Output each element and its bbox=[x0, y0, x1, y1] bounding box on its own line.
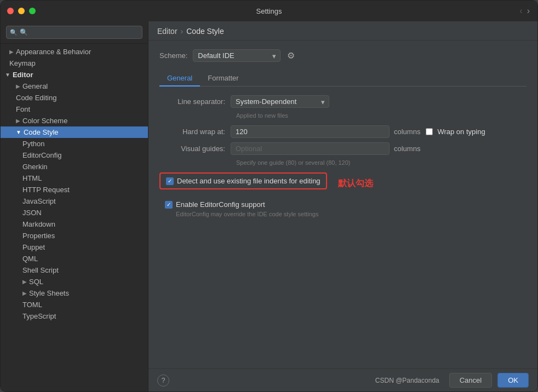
sidebar-item-shell-script[interactable]: Shell Script bbox=[1, 264, 148, 276]
forward-arrow[interactable]: › bbox=[527, 6, 530, 16]
scheme-row: Scheme: Default IDE ⚙ bbox=[159, 49, 526, 62]
sidebar-item-label: Style Sheets bbox=[29, 289, 69, 297]
detect-indents-section: Detect and use existing file indents for… bbox=[159, 172, 526, 195]
arrow-icon: ▼ bbox=[5, 72, 10, 78]
sidebar-item-label: Gherkin bbox=[22, 163, 48, 171]
sidebar-item-sql[interactable]: ▶ SQL bbox=[1, 276, 148, 287]
sidebar-item-html[interactable]: HTML bbox=[1, 172, 148, 184]
content-body: Scheme: Default IDE ⚙ General Formatter … bbox=[148, 41, 537, 368]
sidebar-item-qml[interactable]: QML bbox=[1, 253, 148, 264]
sidebar-item-gherkin[interactable]: Gherkin bbox=[1, 161, 148, 172]
detect-indents-label[interactable]: Detect and use existing file indents for… bbox=[166, 177, 320, 185]
sidebar-scroll: ▶ Appearance & Behavior Keymap ▼ Editor … bbox=[1, 44, 148, 391]
sidebar-item-label: TypeScript bbox=[22, 312, 56, 320]
close-button[interactable] bbox=[7, 8, 14, 14]
annotation-label: 默认勾选 bbox=[338, 178, 373, 189]
sidebar-item-editor[interactable]: ▼ Editor bbox=[1, 69, 148, 80]
wrap-on-typing-label[interactable]: Wrap on typing bbox=[437, 128, 485, 136]
breadcrumb-separator: › bbox=[181, 27, 184, 36]
sidebar-item-label: Font bbox=[16, 105, 30, 113]
traffic-lights bbox=[7, 8, 36, 14]
sidebar-item-label: Shell Script bbox=[22, 266, 59, 274]
maximize-button[interactable] bbox=[29, 8, 36, 14]
back-arrow[interactable]: ‹ bbox=[519, 6, 522, 16]
sidebar-item-label: SQL bbox=[29, 278, 43, 286]
wrap-on-typing-checkbox[interactable] bbox=[426, 128, 433, 135]
search-box: 🔍 bbox=[1, 21, 148, 44]
tabs-bar: General Formatter bbox=[159, 71, 526, 87]
hard-wrap-suffix: columns bbox=[394, 128, 420, 136]
visual-guides-suffix: columns bbox=[394, 145, 420, 153]
arrow-icon: ▶ bbox=[9, 49, 14, 55]
visual-guides-input[interactable] bbox=[231, 142, 390, 155]
sidebar-item-puppet[interactable]: Puppet bbox=[1, 241, 148, 253]
editorconfig-label[interactable]: Enable EditorConfig support bbox=[165, 200, 526, 209]
sidebar-item-label: Code Editing bbox=[16, 94, 56, 102]
cancel-button[interactable]: Cancel bbox=[449, 373, 492, 388]
line-separator-hint: Applied to new files bbox=[236, 112, 526, 119]
visual-guides-hint: Specify one guide (80) or several (80, 1… bbox=[236, 159, 526, 166]
minimize-button[interactable] bbox=[18, 8, 25, 14]
line-separator-row: Line separator: System-Dependent bbox=[159, 95, 526, 108]
visual-guides-row: Visual guides: columns bbox=[159, 142, 526, 155]
sidebar-item-code-style[interactable]: ▼ Code Style bbox=[1, 126, 148, 138]
editorconfig-text: Enable EditorConfig support bbox=[176, 200, 265, 209]
sidebar-item-font[interactable]: Font bbox=[1, 103, 148, 115]
watermark-text: CSDN @Pandaconda bbox=[375, 377, 439, 384]
ok-button[interactable]: OK bbox=[497, 373, 529, 388]
hard-wrap-label: Hard wrap at: bbox=[159, 128, 231, 136]
sidebar-item-keymap[interactable]: Keymap bbox=[1, 57, 148, 69]
sidebar-item-label: Properties bbox=[22, 232, 55, 240]
sidebar-item-label: EditorConfig bbox=[22, 151, 62, 159]
nav-arrows: ‹ › bbox=[519, 6, 530, 16]
hard-wrap-input[interactable] bbox=[231, 125, 390, 138]
sidebar-item-label: Code Style bbox=[24, 128, 59, 136]
sidebar-item-label: Keymap bbox=[9, 59, 36, 67]
editorconfig-checkbox[interactable] bbox=[165, 201, 173, 209]
tab-general[interactable]: General bbox=[159, 71, 200, 87]
sidebar-item-json[interactable]: JSON bbox=[1, 207, 148, 218]
line-separator-label: Line separator: bbox=[159, 97, 231, 106]
scheme-select[interactable]: Default IDE bbox=[193, 49, 281, 62]
sidebar-item-label: HTML bbox=[22, 174, 42, 182]
content-panel: Editor › Code Style Scheme: Default IDE … bbox=[148, 21, 537, 391]
sidebar-item-typescript[interactable]: TypeScript bbox=[1, 310, 148, 322]
arrow-icon: ▶ bbox=[16, 83, 20, 89]
wrap-on-typing-row: Wrap on typing bbox=[426, 128, 485, 136]
scheme-select-wrapper: Default IDE bbox=[193, 49, 281, 62]
detect-indents-box: Detect and use existing file indents for… bbox=[159, 172, 327, 189]
scheme-gear-button[interactable]: ⚙ bbox=[286, 49, 296, 62]
sidebar-item-label: JavaScript bbox=[22, 197, 56, 205]
sidebar-item-properties[interactable]: Properties bbox=[1, 230, 148, 241]
sidebar-item-toml[interactable]: TOML bbox=[1, 299, 148, 310]
search-input[interactable] bbox=[6, 26, 142, 39]
detect-indents-checkbox[interactable] bbox=[166, 177, 174, 185]
visual-guides-label: Visual guides: bbox=[159, 145, 231, 153]
line-separator-select[interactable]: System-Dependent bbox=[231, 95, 329, 108]
arrow-icon: ▶ bbox=[16, 118, 20, 124]
arrow-icon: ▶ bbox=[22, 290, 27, 296]
footer: ? CSDN @Pandaconda Cancel OK bbox=[148, 368, 537, 391]
sidebar-item-code-editing[interactable]: Code Editing bbox=[1, 92, 148, 103]
help-button[interactable]: ? bbox=[157, 374, 169, 387]
scheme-label: Scheme: bbox=[159, 51, 187, 60]
hard-wrap-row: Hard wrap at: columns Wrap on typing bbox=[159, 125, 526, 138]
footer-left: ? bbox=[157, 374, 370, 387]
sidebar-item-label: HTTP Request bbox=[22, 186, 70, 194]
sidebar-item-label: JSON bbox=[22, 209, 42, 217]
search-wrapper: 🔍 bbox=[6, 26, 142, 39]
sidebar-item-color-scheme[interactable]: ▶ Color Scheme bbox=[1, 115, 148, 126]
window-title: Settings bbox=[256, 7, 282, 15]
sidebar-item-general[interactable]: ▶ General bbox=[1, 80, 148, 92]
detect-indents-text: Detect and use existing file indents for… bbox=[177, 177, 320, 185]
sidebar-item-label: Editor bbox=[13, 71, 33, 79]
sidebar-item-javascript[interactable]: JavaScript bbox=[1, 195, 148, 207]
sidebar-item-style-sheets[interactable]: ▶ Style Sheets bbox=[1, 287, 148, 299]
arrow-icon: ▼ bbox=[16, 129, 21, 135]
sidebar-item-http-request[interactable]: HTTP Request bbox=[1, 184, 148, 195]
sidebar-item-python[interactable]: Python bbox=[1, 138, 148, 149]
sidebar-item-appearance[interactable]: ▶ Appearance & Behavior bbox=[1, 46, 148, 57]
sidebar-item-markdown[interactable]: Markdown bbox=[1, 218, 148, 230]
tab-formatter[interactable]: Formatter bbox=[200, 71, 246, 87]
sidebar-item-editorconfig[interactable]: EditorConfig bbox=[1, 149, 148, 161]
